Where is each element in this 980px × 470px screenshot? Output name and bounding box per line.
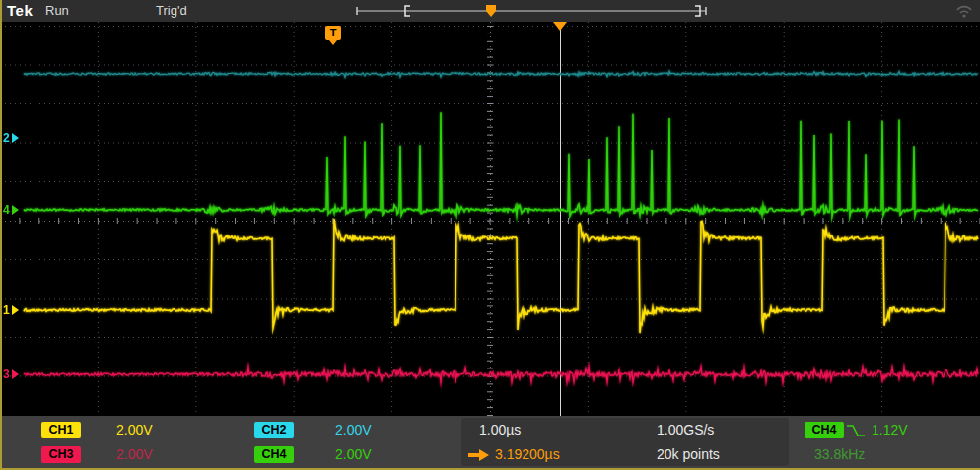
trigger-source-badge[interactable]: CH4 [805, 422, 844, 438]
trigger-slope-falling-icon [846, 424, 866, 437]
trigger-position-marker-icon[interactable] [553, 22, 567, 31]
timebase-readout[interactable]: 1.00µs [479, 422, 521, 438]
record-view-bar[interactable] [355, 3, 708, 19]
ch3-position-marker[interactable]: 3 [3, 368, 19, 381]
ch2-marker-label: 2 [3, 131, 10, 145]
ch4-marker-label: 4 [3, 203, 10, 217]
bezel-edge-left [0, 0, 2, 470]
ch4-position-marker[interactable]: 4 [3, 203, 19, 217]
oscilloscope-screen: Tek Run Trig'd T 2 4 [0, 0, 980, 470]
ch1-scale: 2.00V [116, 422, 153, 438]
trigger-time-flag[interactable]: T [325, 26, 341, 40]
delay-readout[interactable]: 3.19200µs [495, 446, 560, 463]
trigger-time-flag-label: T [330, 27, 337, 38]
ch4-scale: 2.00V [335, 446, 372, 463]
delay-arrow-icon [467, 449, 491, 461]
ch2-marker-arrow-icon [12, 133, 19, 143]
ch1-marker-arrow-icon [12, 305, 19, 315]
ch3-marker-arrow-icon [12, 369, 19, 379]
waveform-canvas [0, 22, 980, 416]
ch2-scale: 2.00V [335, 422, 372, 438]
ch1-position-marker[interactable]: 1 [3, 303, 19, 317]
readout-bar: CH1 2.00V CH2 2.00V CH3 2.00V CH4 2.00V … [0, 416, 980, 470]
trigger-level-readout: 1.12V [872, 422, 908, 438]
graticule: T 2 4 1 3 [0, 22, 980, 416]
record-trigger-marker-icon[interactable] [486, 5, 496, 17]
ch3-badge[interactable]: CH3 [41, 446, 81, 463]
ch2-badge[interactable]: CH2 [254, 422, 294, 438]
ch3-scale: 2.00V [116, 446, 153, 463]
ch2-position-marker[interactable]: 2 [3, 131, 19, 145]
sample-rate-readout: 1.00GS/s [657, 422, 714, 438]
ch4-badge[interactable]: CH4 [254, 446, 294, 463]
trigger-status: Trig'd [156, 0, 187, 22]
ch1-marker-label: 1 [3, 303, 10, 317]
ch1-badge[interactable]: CH1 [41, 422, 81, 438]
record-length-readout: 20k points [657, 446, 720, 463]
network-status-icon [954, 3, 974, 19]
ch3-marker-label: 3 [3, 368, 10, 381]
acquisition-status: Run [45, 0, 69, 22]
top-bar: Tek Run Trig'd [0, 0, 980, 22]
trigger-frequency-readout: 33.8kHz [814, 446, 865, 463]
tek-logo: Tek [7, 0, 33, 22]
ch4-marker-arrow-icon [12, 205, 19, 215]
